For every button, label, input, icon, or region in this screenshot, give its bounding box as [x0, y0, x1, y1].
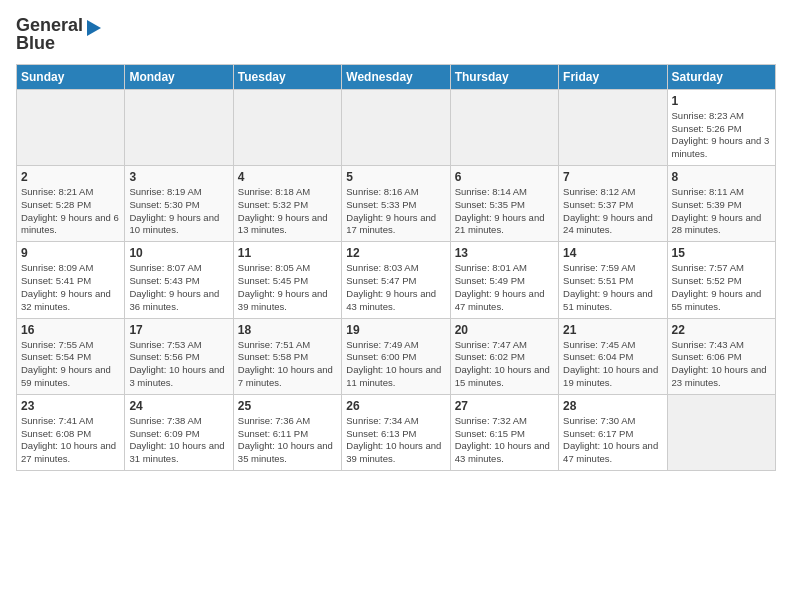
day-info: Sunrise: 8:18 AM Sunset: 5:32 PM Dayligh… [238, 186, 337, 237]
day-number: 24 [129, 399, 228, 413]
calendar-cell [342, 89, 450, 165]
day-number: 10 [129, 246, 228, 260]
day-of-week-header: Friday [559, 64, 667, 89]
calendar-cell [17, 89, 125, 165]
day-info: Sunrise: 8:16 AM Sunset: 5:33 PM Dayligh… [346, 186, 445, 237]
calendar-cell: 18Sunrise: 7:51 AM Sunset: 5:58 PM Dayli… [233, 318, 341, 394]
header: General Blue [16, 16, 776, 54]
logo: General Blue [16, 16, 101, 54]
day-info: Sunrise: 7:57 AM Sunset: 5:52 PM Dayligh… [672, 262, 771, 313]
day-number: 19 [346, 323, 445, 337]
day-info: Sunrise: 7:55 AM Sunset: 5:54 PM Dayligh… [21, 339, 120, 390]
calendar-cell: 20Sunrise: 7:47 AM Sunset: 6:02 PM Dayli… [450, 318, 558, 394]
logo-blue-text: Blue [16, 34, 55, 54]
calendar-cell: 6Sunrise: 8:14 AM Sunset: 5:35 PM Daylig… [450, 166, 558, 242]
calendar-cell: 23Sunrise: 7:41 AM Sunset: 6:08 PM Dayli… [17, 394, 125, 470]
day-info: Sunrise: 7:41 AM Sunset: 6:08 PM Dayligh… [21, 415, 120, 466]
calendar-body: 1Sunrise: 8:23 AM Sunset: 5:26 PM Daylig… [17, 89, 776, 470]
day-number: 9 [21, 246, 120, 260]
day-of-week-header: Monday [125, 64, 233, 89]
calendar-cell: 26Sunrise: 7:34 AM Sunset: 6:13 PM Dayli… [342, 394, 450, 470]
day-info: Sunrise: 7:49 AM Sunset: 6:00 PM Dayligh… [346, 339, 445, 390]
calendar-cell: 21Sunrise: 7:45 AM Sunset: 6:04 PM Dayli… [559, 318, 667, 394]
day-of-week-header: Wednesday [342, 64, 450, 89]
calendar-week-row: 1Sunrise: 8:23 AM Sunset: 5:26 PM Daylig… [17, 89, 776, 165]
calendar-cell [233, 89, 341, 165]
day-of-week-header: Thursday [450, 64, 558, 89]
day-of-week-header: Saturday [667, 64, 775, 89]
calendar-cell [125, 89, 233, 165]
calendar-cell: 5Sunrise: 8:16 AM Sunset: 5:33 PM Daylig… [342, 166, 450, 242]
calendar-header-row: SundayMondayTuesdayWednesdayThursdayFrid… [17, 64, 776, 89]
day-number: 12 [346, 246, 445, 260]
calendar-cell: 1Sunrise: 8:23 AM Sunset: 5:26 PM Daylig… [667, 89, 775, 165]
day-number: 18 [238, 323, 337, 337]
day-info: Sunrise: 7:43 AM Sunset: 6:06 PM Dayligh… [672, 339, 771, 390]
day-info: Sunrise: 7:59 AM Sunset: 5:51 PM Dayligh… [563, 262, 662, 313]
day-number: 2 [21, 170, 120, 184]
calendar-cell: 9Sunrise: 8:09 AM Sunset: 5:41 PM Daylig… [17, 242, 125, 318]
day-info: Sunrise: 7:32 AM Sunset: 6:15 PM Dayligh… [455, 415, 554, 466]
calendar-cell: 10Sunrise: 8:07 AM Sunset: 5:43 PM Dayli… [125, 242, 233, 318]
day-number: 1 [672, 94, 771, 108]
day-info: Sunrise: 8:21 AM Sunset: 5:28 PM Dayligh… [21, 186, 120, 237]
day-number: 27 [455, 399, 554, 413]
day-number: 25 [238, 399, 337, 413]
calendar-cell: 15Sunrise: 7:57 AM Sunset: 5:52 PM Dayli… [667, 242, 775, 318]
day-number: 22 [672, 323, 771, 337]
calendar-cell: 4Sunrise: 8:18 AM Sunset: 5:32 PM Daylig… [233, 166, 341, 242]
day-number: 17 [129, 323, 228, 337]
day-info: Sunrise: 8:05 AM Sunset: 5:45 PM Dayligh… [238, 262, 337, 313]
calendar-cell: 12Sunrise: 8:03 AM Sunset: 5:47 PM Dayli… [342, 242, 450, 318]
calendar-week-row: 9Sunrise: 8:09 AM Sunset: 5:41 PM Daylig… [17, 242, 776, 318]
calendar-cell: 13Sunrise: 8:01 AM Sunset: 5:49 PM Dayli… [450, 242, 558, 318]
calendar-cell: 8Sunrise: 8:11 AM Sunset: 5:39 PM Daylig… [667, 166, 775, 242]
day-info: Sunrise: 7:45 AM Sunset: 6:04 PM Dayligh… [563, 339, 662, 390]
calendar-week-row: 2Sunrise: 8:21 AM Sunset: 5:28 PM Daylig… [17, 166, 776, 242]
day-info: Sunrise: 8:19 AM Sunset: 5:30 PM Dayligh… [129, 186, 228, 237]
day-number: 28 [563, 399, 662, 413]
day-info: Sunrise: 8:07 AM Sunset: 5:43 PM Dayligh… [129, 262, 228, 313]
day-info: Sunrise: 7:53 AM Sunset: 5:56 PM Dayligh… [129, 339, 228, 390]
day-of-week-header: Sunday [17, 64, 125, 89]
day-info: Sunrise: 8:23 AM Sunset: 5:26 PM Dayligh… [672, 110, 771, 161]
day-info: Sunrise: 8:01 AM Sunset: 5:49 PM Dayligh… [455, 262, 554, 313]
calendar-cell: 3Sunrise: 8:19 AM Sunset: 5:30 PM Daylig… [125, 166, 233, 242]
calendar-cell [450, 89, 558, 165]
calendar: SundayMondayTuesdayWednesdayThursdayFrid… [16, 64, 776, 471]
calendar-cell [559, 89, 667, 165]
day-number: 3 [129, 170, 228, 184]
day-of-week-header: Tuesday [233, 64, 341, 89]
day-number: 6 [455, 170, 554, 184]
calendar-cell: 27Sunrise: 7:32 AM Sunset: 6:15 PM Dayli… [450, 394, 558, 470]
calendar-cell: 7Sunrise: 8:12 AM Sunset: 5:37 PM Daylig… [559, 166, 667, 242]
day-number: 26 [346, 399, 445, 413]
day-number: 15 [672, 246, 771, 260]
calendar-cell: 24Sunrise: 7:38 AM Sunset: 6:09 PM Dayli… [125, 394, 233, 470]
day-number: 7 [563, 170, 662, 184]
calendar-week-row: 16Sunrise: 7:55 AM Sunset: 5:54 PM Dayli… [17, 318, 776, 394]
logo-arrow-icon [87, 20, 101, 36]
day-info: Sunrise: 8:03 AM Sunset: 5:47 PM Dayligh… [346, 262, 445, 313]
day-info: Sunrise: 7:34 AM Sunset: 6:13 PM Dayligh… [346, 415, 445, 466]
day-info: Sunrise: 8:11 AM Sunset: 5:39 PM Dayligh… [672, 186, 771, 237]
day-number: 23 [21, 399, 120, 413]
day-number: 14 [563, 246, 662, 260]
day-info: Sunrise: 7:38 AM Sunset: 6:09 PM Dayligh… [129, 415, 228, 466]
calendar-cell: 19Sunrise: 7:49 AM Sunset: 6:00 PM Dayli… [342, 318, 450, 394]
calendar-week-row: 23Sunrise: 7:41 AM Sunset: 6:08 PM Dayli… [17, 394, 776, 470]
day-info: Sunrise: 7:47 AM Sunset: 6:02 PM Dayligh… [455, 339, 554, 390]
day-number: 21 [563, 323, 662, 337]
day-info: Sunrise: 7:30 AM Sunset: 6:17 PM Dayligh… [563, 415, 662, 466]
calendar-cell: 22Sunrise: 7:43 AM Sunset: 6:06 PM Dayli… [667, 318, 775, 394]
calendar-cell: 28Sunrise: 7:30 AM Sunset: 6:17 PM Dayli… [559, 394, 667, 470]
calendar-cell: 25Sunrise: 7:36 AM Sunset: 6:11 PM Dayli… [233, 394, 341, 470]
calendar-cell: 16Sunrise: 7:55 AM Sunset: 5:54 PM Dayli… [17, 318, 125, 394]
day-number: 5 [346, 170, 445, 184]
day-number: 20 [455, 323, 554, 337]
day-info: Sunrise: 8:12 AM Sunset: 5:37 PM Dayligh… [563, 186, 662, 237]
day-number: 11 [238, 246, 337, 260]
day-number: 8 [672, 170, 771, 184]
day-info: Sunrise: 8:09 AM Sunset: 5:41 PM Dayligh… [21, 262, 120, 313]
day-number: 4 [238, 170, 337, 184]
